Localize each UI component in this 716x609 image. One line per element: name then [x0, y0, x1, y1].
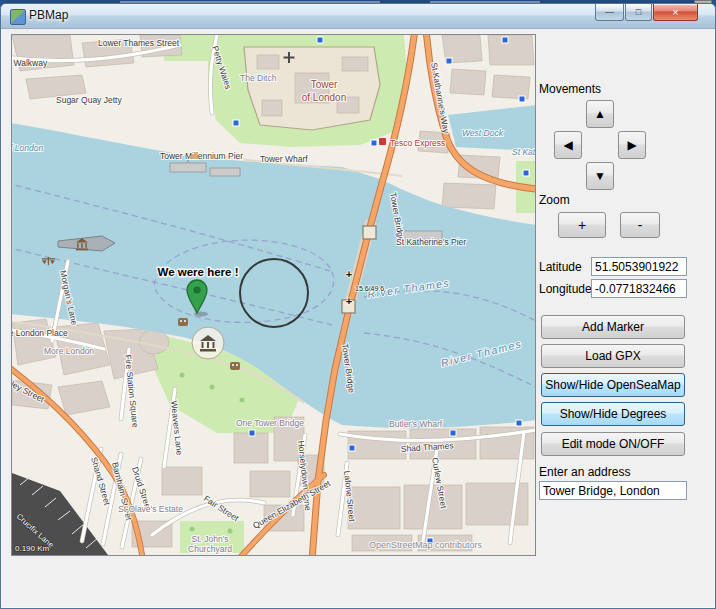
titlebar[interactable]: PBMap — □ × [1, 4, 715, 29]
svg-text:Pool of London: Pool of London [12, 143, 43, 153]
map-view[interactable]: Three Quays WalkwayLower Thames StreetPe… [11, 34, 536, 556]
longitude-input[interactable] [591, 279, 687, 298]
svg-text:West Dock: West Dock [462, 128, 504, 138]
svg-text:Tower: Tower [311, 79, 338, 90]
load-gpx-button[interactable]: Load GPX [541, 344, 685, 368]
svg-text:Churchyard: Churchyard [188, 544, 232, 554]
app-icon [10, 9, 26, 25]
svg-text:Tesco Express: Tesco Express [390, 138, 445, 148]
edit-mode-button[interactable]: Edit mode ON/OFF [541, 432, 685, 456]
minimize-button[interactable]: — [595, 4, 624, 21]
svg-text:One Tower Bridge: One Tower Bridge [236, 418, 304, 428]
svg-text:15.6/49.6: 15.6/49.6 [355, 285, 384, 292]
svg-text:+: + [346, 268, 352, 280]
zoom-label: Zoom [539, 193, 570, 207]
svg-text:St. John's: St. John's [191, 534, 228, 544]
movements-label: Movements [539, 82, 601, 96]
close-button[interactable]: × [653, 4, 698, 21]
svg-text:Butler's Wharf: Butler's Wharf [389, 419, 443, 429]
svg-text:More London Place: More London Place [12, 328, 68, 338]
svg-text:Lower Thames Street: Lower Thames Street [98, 38, 180, 48]
move-left-button[interactable]: ◀ [554, 131, 582, 159]
svg-text:OpenStreetMap contributors: OpenStreetMap contributors [369, 540, 483, 550]
svg-text:We were here !: We were here ! [158, 266, 239, 278]
latitude-label: Latitude [539, 260, 582, 274]
poi-circle-button[interactable] [192, 327, 224, 359]
svg-text:of London: of London [302, 92, 347, 103]
svg-text:St Olave's Estate: St Olave's Estate [118, 504, 183, 514]
move-down-button[interactable]: ▼ [586, 162, 614, 190]
zoom-in-button[interactable]: + [558, 212, 606, 238]
add-marker-button[interactable]: Add Marker [541, 315, 685, 339]
svg-text:More London: More London [44, 346, 94, 356]
move-right-button[interactable]: ▶ [618, 131, 646, 159]
svg-text:Three Quays Walkway: Three Quays Walkway [12, 58, 48, 68]
svg-text:Sugar Quay Jetty: Sugar Quay Jetty [56, 95, 122, 105]
svg-text:The Ditch: The Ditch [240, 73, 277, 83]
address-label: Enter an address [539, 465, 630, 479]
tesco-shop-icon [379, 138, 386, 145]
map-svg: Three Quays WalkwayLower Thames StreetPe… [12, 35, 535, 555]
toggle-openseamap-button[interactable]: Show/Hide OpenSeaMap [541, 373, 685, 397]
move-up-button[interactable]: ▲ [586, 100, 614, 128]
svg-text:St Katharine Docks: St Katharine Docks [512, 147, 535, 157]
control-panel: Movements ▲ ◀ ▶ ▼ Zoom + - Latitude Long… [539, 34, 691, 514]
svg-text:Tower Millennium Pier: Tower Millennium Pier [160, 151, 243, 161]
longitude-label: Longitude [539, 282, 592, 296]
address-input[interactable] [539, 481, 687, 500]
window-title: PBMap [29, 8, 68, 22]
svg-text:St Katherine's Pier: St Katherine's Pier [396, 237, 466, 247]
svg-text:+: + [346, 295, 352, 307]
pbmap-window: PBMap — □ × [0, 3, 716, 609]
svg-text:Tower Wharf: Tower Wharf [260, 154, 308, 164]
zoom-out-button[interactable]: - [620, 212, 660, 238]
maximize-button[interactable]: □ [625, 4, 652, 21]
latitude-input[interactable] [591, 257, 687, 276]
svg-text:0.190 Km: 0.190 Km [15, 544, 50, 553]
toggle-degrees-button[interactable]: Show/Hide Degrees [541, 402, 685, 426]
